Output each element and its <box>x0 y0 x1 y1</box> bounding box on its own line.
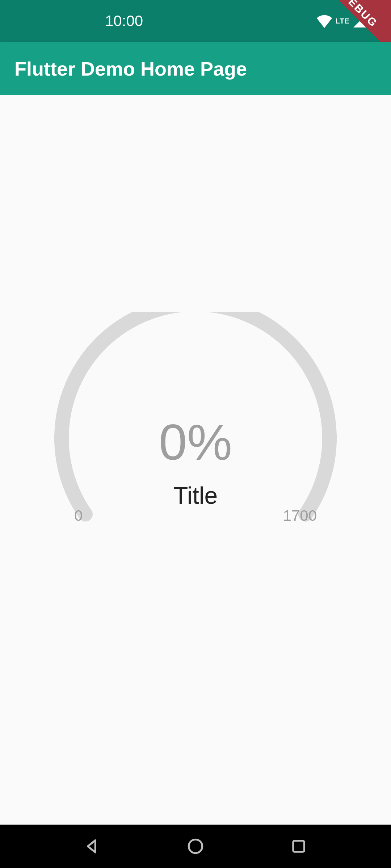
gauge-title: Title <box>54 482 337 509</box>
nav-home-button[interactable] <box>185 835 206 857</box>
content-body: 0% Title 0 1700 <box>0 95 391 825</box>
svg-rect-3 <box>293 841 304 852</box>
gauge-max-label: 1700 <box>283 507 317 524</box>
android-navbar <box>0 825 391 868</box>
statusbar: 10:00 LTE <box>0 0 391 42</box>
appbar-title: Flutter Demo Home Page <box>14 58 247 80</box>
gauge: 0% Title 0 1700 <box>54 312 337 608</box>
nav-recent-button[interactable] <box>288 835 310 857</box>
appbar: Flutter Demo Home Page <box>0 42 391 95</box>
lte-text: LTE <box>336 17 350 25</box>
gauge-min-label: 0 <box>74 507 83 524</box>
svg-point-2 <box>189 839 202 853</box>
lte-label: LTE <box>336 17 350 25</box>
nav-back-button[interactable] <box>81 835 103 857</box>
gauge-percent: 0% <box>54 413 337 472</box>
wifi-icon <box>316 14 333 28</box>
status-time: 10:00 <box>105 12 143 30</box>
